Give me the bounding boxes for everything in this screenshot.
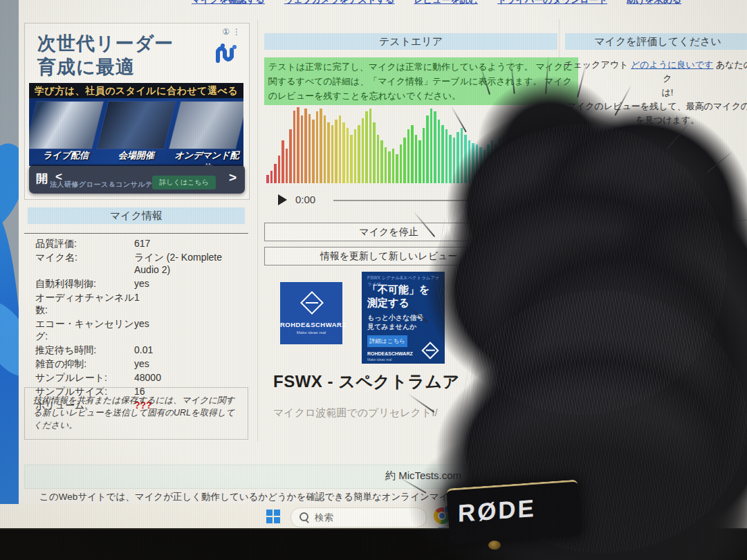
- windows-start-icon[interactable]: [266, 510, 280, 523]
- rs-tagline: Make ideas real: [367, 357, 391, 362]
- spectrum-bar: [354, 129, 357, 183]
- ad-photo-label: 会場開催: [101, 149, 172, 166]
- nav-link-get-help[interactable]: 助けを求める: [627, 0, 681, 6]
- spectrum-bar: [468, 140, 471, 183]
- mic-info-panel: マイク情報 品質評価:617 マイク名:ライン (2- Komplete Aud…: [24, 207, 248, 412]
- form-underline[interactable]: [614, 250, 747, 251]
- spectrum-bar: [396, 154, 398, 183]
- spectrum-bar: [335, 120, 338, 183]
- ad-title: 次世代リーダー育成に最適: [37, 32, 174, 79]
- taskbar-search-input[interactable]: 検索: [290, 507, 427, 528]
- column-divider: [257, 19, 258, 441]
- spectrum-bar: [499, 138, 501, 183]
- ad-photo-labels: ライブ配信 会場開催 オンデマンド配信: [30, 149, 242, 166]
- ad-banner-image[interactable]: 学び方は、社員のスタイルに合わせて選べる ライブ配信 会場開催 オンデマンド配信…: [29, 83, 243, 166]
- rs-ad-logo-tile[interactable]: ROHDE&SCHWARZ Make ideas real: [280, 282, 342, 344]
- play-icon[interactable]: [278, 194, 287, 205]
- rs-result-heading[interactable]: FSWX - スペクトラムア: [273, 371, 460, 393]
- rode-label-band: RØDE: [446, 479, 581, 544]
- spectrum-bar: [495, 144, 497, 183]
- ad-menu-icon[interactable]: ⋮: [232, 27, 243, 37]
- nav-link-check-mic[interactable]: マイクを確認する: [192, 0, 265, 6]
- spectrum-bar: [274, 164, 277, 183]
- spectrum-bar: [418, 140, 421, 183]
- wallpaper-bloom-shape: [0, 136, 19, 236]
- spectrum-bar: [358, 125, 360, 183]
- table-row: サンプルレート:48000: [24, 371, 248, 384]
- search-placeholder: 検索: [315, 512, 333, 524]
- spectrum-bar: [522, 153, 524, 183]
- divider: [24, 233, 248, 234]
- spectrum-bar: [426, 115, 429, 183]
- spectrum-bar: [385, 147, 387, 183]
- spectrum-bar: [461, 128, 463, 183]
- spectrum-visualization: [266, 106, 536, 183]
- spectrum-bar: [479, 147, 482, 183]
- spectrum-bar: [514, 147, 517, 183]
- spectrum-bar: [362, 118, 365, 183]
- spectrum-bar: [487, 144, 490, 183]
- spectrum-bar: [324, 115, 326, 183]
- table-row: 推定待ち時間:0.01: [24, 343, 248, 357]
- rs-cta-button[interactable]: 詳細はこちら: [367, 335, 407, 347]
- spectrum-bar: [510, 143, 513, 183]
- ad-open-label[interactable]: 開: [36, 171, 48, 187]
- rate-mic-title: マイクを評価してください: [565, 33, 747, 50]
- table-row: マイク名:ライン (2- Komplete Audio 2): [24, 250, 248, 277]
- chrome-center: [438, 512, 446, 520]
- spectrum-bar: [476, 144, 479, 183]
- nav-link-webcam-test[interactable]: ウェブカメラをテストする: [284, 0, 395, 6]
- spectrum-bar: [430, 109, 433, 183]
- how-good-link[interactable]: どのように良いです: [631, 59, 713, 70]
- ad-info-icon[interactable]: ①: [222, 27, 232, 37]
- spectrum-bar: [517, 150, 520, 183]
- stop-mic-button[interactable]: マイクを停止: [264, 223, 513, 241]
- ad-cta-button[interactable]: 詳しくはこちら: [152, 176, 216, 189]
- carousel-next-icon[interactable]: >: [229, 170, 237, 185]
- table-row: エコー・キャンセリング:yes: [24, 317, 248, 343]
- gold-snap-button: [488, 541, 501, 550]
- site-description: このWebサイトでは、マイクが正しく動作しているかどうかを確認できる簡単なオンラ…: [39, 491, 738, 503]
- spectrum-bar: [456, 132, 459, 183]
- advertiser-logo-icon: [216, 43, 239, 64]
- spectrum-bar: [525, 156, 528, 183]
- form-underline[interactable]: [614, 220, 747, 221]
- spectrum-bar: [350, 135, 353, 183]
- spectrum-bar: [506, 140, 509, 183]
- rs-diamond-icon: [300, 291, 324, 315]
- nav-link-driver-download[interactable]: ドライバーのダウンロード: [497, 0, 607, 6]
- nav-link-read-reviews[interactable]: レビューを読む: [414, 0, 478, 6]
- spectrum-bar: [472, 143, 474, 183]
- ad-photo-label: ライブ配信: [30, 149, 101, 166]
- ad-choices-icons[interactable]: ①⋮: [222, 27, 243, 37]
- spectrum-bar: [491, 140, 494, 183]
- spectrum-bar: [266, 175, 269, 183]
- player-time: 0:00: [295, 194, 315, 205]
- audio-player[interactable]: 0:00: [264, 188, 555, 212]
- rs-ad-product-tile[interactable]: FSWX シグナル&スペクトラムアナライザ 「不可能」を測定する もっと小さな信…: [362, 272, 445, 364]
- spectrum-bar: [445, 129, 448, 183]
- advertisement-card[interactable]: ①⋮ 次世代リーダー育成に最適 学び方は、社員のスタイルに合わせて選べる ライブ…: [24, 23, 250, 200]
- ad-banner-photos: [30, 101, 242, 149]
- refresh-info-button[interactable]: 情報を更新して新しいレビュー: [264, 247, 513, 265]
- spectrum-bar: [286, 149, 288, 183]
- desktop-wallpaper: [0, 0, 19, 529]
- spectrum-bar: [407, 129, 410, 183]
- spectrum-bar: [438, 120, 441, 183]
- test-status-message: テストは正常に完了し、マイクは正常に動作しているようです。 マイクに関するすべて…: [264, 57, 578, 105]
- rs-headline: 「不可能」を測定する: [367, 283, 430, 309]
- rs-brand-text: ROHDE&SCHWARZ: [367, 351, 413, 356]
- ad-photo-ondemand: [168, 101, 243, 149]
- spectrum-bar: [388, 151, 391, 183]
- ad-photo-venue: [96, 101, 176, 149]
- about-site-label[interactable]: 約 MicTests.com: [385, 469, 461, 483]
- mic-info-title: マイク情報: [28, 207, 245, 224]
- rs-brand-text: ROHDE&SCHWARZ: [280, 321, 342, 328]
- rs-diamond-icon: [421, 342, 439, 359]
- spectrum-bar: [403, 138, 406, 183]
- player-seekbar[interactable]: [333, 200, 541, 201]
- spectrum-bar: [380, 140, 383, 183]
- spectrum-bar: [297, 107, 299, 183]
- spectrum-bar: [320, 109, 322, 183]
- form-underline[interactable]: [614, 281, 747, 281]
